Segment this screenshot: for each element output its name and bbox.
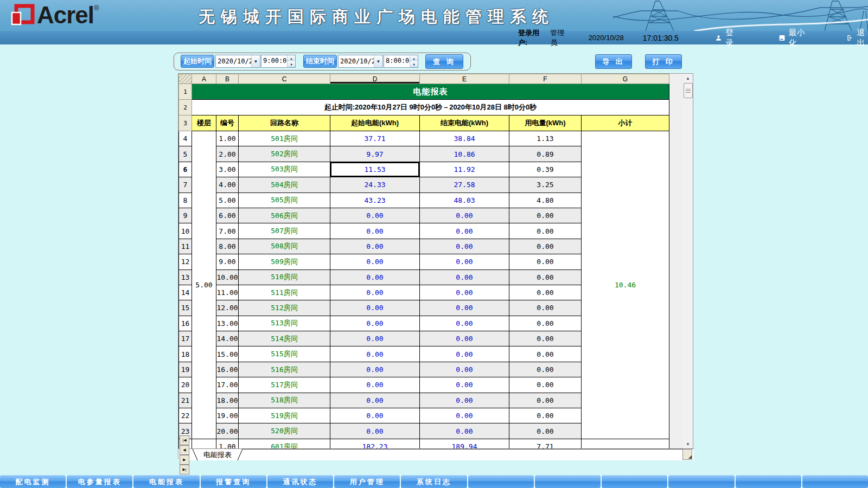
- cell-end-row13[interactable]: 0.00: [420, 269, 509, 285]
- cell-name-row5[interactable]: 502房间: [239, 146, 330, 162]
- cell-name-row21[interactable]: 518房间: [239, 393, 330, 408]
- cell-usage-row24[interactable]: 7.71: [509, 439, 582, 448]
- cell-no-row6[interactable]: 3.00: [216, 162, 239, 177]
- cell-usage-row8[interactable]: 4.80: [509, 192, 582, 208]
- scrollbar-thumb[interactable]: [684, 83, 693, 98]
- nav-item-empty-10[interactable]: [668, 475, 734, 488]
- cell-start-row7[interactable]: 24.33: [330, 177, 420, 192]
- cell-end-row17[interactable]: 0.00: [420, 331, 509, 346]
- nav-item-empty-7[interactable]: [468, 475, 534, 488]
- subtotal-cell-group0[interactable]: 10.46: [582, 131, 669, 439]
- cell-no-row22[interactable]: 19.00: [216, 408, 239, 423]
- nav-item-电参量报表[interactable]: 电参量报表: [67, 475, 132, 488]
- cell-name-row15[interactable]: 512房间: [239, 300, 330, 316]
- spin-down-icon[interactable]: ▼: [288, 61, 295, 67]
- cell-name-row18[interactable]: 515房间: [239, 346, 330, 362]
- end-date-dropdown[interactable]: 2020/10/28 ▼: [338, 55, 383, 68]
- row-header-7[interactable]: 7: [179, 177, 192, 192]
- cell-usage-row7[interactable]: 3.25: [509, 177, 582, 192]
- cell-start-row11[interactable]: 0.00: [330, 239, 420, 254]
- row-header-3[interactable]: 3: [179, 115, 192, 131]
- cell-no-row16[interactable]: 13.00: [216, 316, 239, 331]
- cell-no-row8[interactable]: 5.00: [216, 192, 239, 208]
- start-time-spinner[interactable]: 9:00:00 ▲▼: [261, 55, 296, 68]
- cell-name-row20[interactable]: 517房间: [239, 377, 330, 393]
- nav-item-报警查询[interactable]: 报警查询: [201, 475, 266, 488]
- cell-usage-row19[interactable]: 0.00: [509, 362, 582, 377]
- cell-name-row4[interactable]: 501房间: [239, 131, 330, 146]
- cell-end-row18[interactable]: 0.00: [420, 346, 509, 362]
- cell-usage-row20[interactable]: 0.00: [509, 377, 582, 393]
- column-header-F[interactable]: F: [509, 74, 582, 84]
- cell-no-row9[interactable]: 6.00: [216, 208, 239, 223]
- cell-name-row23[interactable]: 520房间: [239, 423, 330, 439]
- cell-no-row12[interactable]: 9.00: [216, 254, 239, 269]
- sheet-corner-grip[interactable]: ◢: [682, 449, 692, 460]
- cell-name-row14[interactable]: 511房间: [239, 285, 330, 300]
- row-header-18[interactable]: 18: [179, 346, 192, 362]
- floor-cell-group0[interactable]: 5.00: [192, 131, 216, 439]
- subtotal-cell-group1[interactable]: [582, 439, 669, 448]
- cell-end-row5[interactable]: 10.86: [420, 146, 509, 162]
- cell-no-row18[interactable]: 15.00: [216, 346, 239, 362]
- cell-usage-row5[interactable]: 0.89: [509, 146, 582, 162]
- cell-usage-row11[interactable]: 0.00: [509, 239, 582, 254]
- field-header-2[interactable]: 回路名称: [239, 115, 330, 131]
- row-header-12[interactable]: 12: [179, 254, 192, 269]
- cell-usage-row21[interactable]: 0.00: [509, 393, 582, 408]
- cell-start-row13[interactable]: 0.00: [330, 269, 420, 285]
- cell-usage-row12[interactable]: 0.00: [509, 254, 582, 269]
- cell-name-row17[interactable]: 514房间: [239, 331, 330, 346]
- cell-name-row13[interactable]: 510房间: [239, 269, 330, 285]
- row-header-5[interactable]: 5: [179, 146, 192, 162]
- cell-no-row21[interactable]: 18.00: [216, 393, 239, 408]
- field-header-4[interactable]: 结束电能(kWh): [420, 115, 509, 131]
- cell-no-row19[interactable]: 16.00: [216, 362, 239, 377]
- cell-name-row10[interactable]: 507房间: [239, 223, 330, 239]
- cell-no-row15[interactable]: 12.00: [216, 300, 239, 316]
- chevron-down-icon[interactable]: ▼: [251, 55, 260, 67]
- cell-end-row21[interactable]: 0.00: [420, 393, 509, 408]
- cell-name-row19[interactable]: 516房间: [239, 362, 330, 377]
- cell-end-row7[interactable]: 27.58: [420, 177, 509, 192]
- field-header-6[interactable]: 小计: [582, 115, 669, 131]
- nav-item-empty-12[interactable]: [802, 475, 868, 488]
- row-header-1[interactable]: 1: [179, 84, 192, 100]
- field-header-3[interactable]: 起始电能(kWh): [330, 115, 420, 131]
- cell-start-row5[interactable]: 9.97: [330, 146, 420, 162]
- column-header-C[interactable]: C: [239, 74, 330, 84]
- cell-start-row21[interactable]: 0.00: [330, 393, 420, 408]
- cell-name-row16[interactable]: 513房间: [239, 316, 330, 331]
- cell-end-row14[interactable]: 0.00: [420, 285, 509, 300]
- row-header-9[interactable]: 9: [179, 208, 192, 223]
- scroll-first-icon[interactable]: |◀: [180, 435, 189, 445]
- row-header-21[interactable]: 21: [179, 393, 192, 408]
- field-header-1[interactable]: 编号: [216, 115, 239, 131]
- scroll-up-icon[interactable]: ▲: [683, 74, 693, 82]
- report-period[interactable]: 起止时间:2020年10月27日 9时0分0秒－2020年10月28日 8时0分…: [192, 100, 669, 115]
- nav-item-电能报表[interactable]: 电能报表: [133, 475, 199, 488]
- cell-start-row23[interactable]: 0.00: [330, 423, 420, 439]
- cell-start-row17[interactable]: 0.00: [330, 331, 420, 346]
- cell-start-row6[interactable]: 11.53: [330, 162, 420, 177]
- cell-end-row12[interactable]: 0.00: [420, 254, 509, 269]
- cell-name-row8[interactable]: 505房间: [239, 192, 330, 208]
- row-header-19[interactable]: 19: [179, 362, 192, 377]
- chevron-down-icon[interactable]: ▼: [374, 55, 382, 67]
- scroll-next-icon[interactable]: ▶: [180, 455, 189, 465]
- cell-end-row20[interactable]: 0.00: [420, 377, 509, 393]
- nav-item-empty-9[interactable]: [602, 475, 667, 488]
- cell-no-row10[interactable]: 7.00: [216, 223, 239, 239]
- scroll-last-icon[interactable]: ▶|: [180, 465, 189, 474]
- row-header-11[interactable]: 11: [179, 239, 192, 254]
- login-button[interactable]: 登录: [716, 28, 737, 48]
- nav-item-用户管理[interactable]: 用户管理: [334, 475, 400, 488]
- select-all-corner[interactable]: [179, 74, 192, 84]
- cell-start-row20[interactable]: 0.00: [330, 377, 420, 393]
- cell-name-row6[interactable]: 503房间: [239, 162, 330, 177]
- cell-end-row15[interactable]: 0.00: [420, 300, 509, 316]
- cell-no-row11[interactable]: 8.00: [216, 239, 239, 254]
- field-header-5[interactable]: 用电量(kWh): [509, 115, 582, 131]
- cell-no-row24[interactable]: 1.00: [216, 439, 239, 448]
- report-title[interactable]: 电能报表: [192, 84, 669, 100]
